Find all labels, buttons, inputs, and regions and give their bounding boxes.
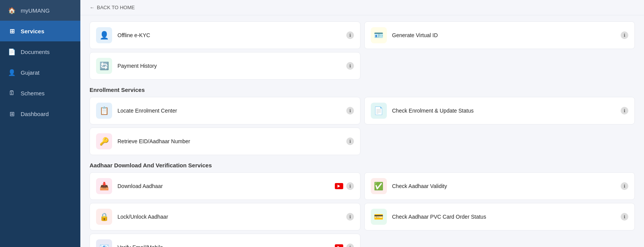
verify-email-mobile-label: Verify Email/Mobile <box>117 244 329 247</box>
payment-history-label: Payment History <box>117 63 341 69</box>
verify-email-mobile-icon-wrap: 📧 <box>96 239 112 247</box>
download-aadhaar-youtube-btn[interactable] <box>335 183 343 189</box>
sidebar-item-myumang[interactable]: 🏠 myUMANG <box>0 0 80 21</box>
generate-virtual-id-label: Generate Virtual ID <box>392 32 616 38</box>
verify-email-mobile-info-btn[interactable]: ℹ <box>346 244 354 247</box>
service-card-retrieve-eid[interactable]: 🔑 Retrieve EID/Aadhaar Number ℹ <box>90 128 360 155</box>
download-aadhaar-icon: 📥 <box>99 182 109 191</box>
verify-email-mobile-youtube-btn[interactable] <box>335 244 343 247</box>
payment-history-info-btn[interactable]: ℹ <box>346 62 354 70</box>
general-services-grid: 👤 Offline e-KYC ℹ 🪪 Generate Virtual ID … <box>90 21 635 49</box>
schemes-icon: 🗓 <box>8 89 16 97</box>
sidebar-item-services[interactable]: ⊞ Services <box>0 21 80 41</box>
documents-icon: 📄 <box>8 47 16 56</box>
retrieve-eid-icon-wrap: 🔑 <box>96 133 112 149</box>
payment-history-row: 🔄 Payment History ℹ <box>90 52 635 80</box>
service-card-check-enrolment[interactable]: 📄 Check Enrolment & Update Status ℹ <box>364 97 635 124</box>
service-card-payment-history[interactable]: 🔄 Payment History ℹ <box>90 52 360 80</box>
check-aadhaar-validity-actions: ℹ <box>621 182 628 190</box>
lock-unlock-aadhaar-icon-wrap: 🔒 <box>96 209 112 225</box>
check-aadhaar-validity-icon-wrap: ✅ <box>371 178 387 194</box>
service-card-verify-email-mobile[interactable]: 📧 Verify Email/Mobile ℹ <box>90 234 360 247</box>
retrieve-eid-actions: ℹ <box>346 137 354 145</box>
generate-virtual-id-icon-wrap: 🪪 <box>371 27 387 43</box>
offline-ekyc-actions: ℹ <box>346 31 354 39</box>
enrollment-services-grid: 📋 Locate Enrolment Center ℹ 📄 Check Enro… <box>90 97 635 124</box>
offline-ekyc-icon-wrap: 👤 <box>96 27 112 43</box>
verify-email-mobile-actions: ℹ <box>335 244 354 247</box>
retrieve-eid-info-btn[interactable]: ℹ <box>346 137 354 145</box>
sidebar-item-schemes[interactable]: 🗓 Schemes <box>0 83 80 103</box>
generate-virtual-id-actions: ℹ <box>621 31 628 39</box>
lock-pvc-grid: 🔒 Lock/Unlock Aadhaar ℹ 💳 Check Aadhaar … <box>90 203 635 231</box>
verify-email-row: 📧 Verify Email/Mobile ℹ <box>90 234 635 247</box>
check-enrolment-info-btn[interactable]: ℹ <box>621 107 628 115</box>
enrollment-services-heading: Enrollment Services <box>90 87 635 93</box>
sidebar-item-label: Documents <box>21 49 50 55</box>
sidebar-item-dashboard[interactable]: ⊞ Dashboard <box>0 103 80 124</box>
payment-history-icon-wrap: 🔄 <box>96 58 112 74</box>
service-card-download-aadhaar[interactable]: 📥 Download Aadhaar ℹ <box>90 172 360 200</box>
lock-unlock-aadhaar-info-btn[interactable]: ℹ <box>346 213 354 221</box>
retrieve-eid-label: Retrieve EID/Aadhaar Number <box>117 138 341 144</box>
sidebar-item-label: Gujarat <box>21 69 39 76</box>
verify-email-mobile-icon: 📧 <box>99 243 109 247</box>
check-enrolment-icon: 📄 <box>374 106 383 115</box>
back-button-label: BACK TO HOME <box>97 5 135 10</box>
sidebar-item-label: Services <box>21 28 44 34</box>
home-icon: 🏠 <box>8 6 16 15</box>
download-aadhaar-label: Download Aadhaar <box>117 183 329 189</box>
main-content: ← BACK TO HOME 👤 Offline e-KYC ℹ 🪪 <box>80 0 644 247</box>
lock-unlock-aadhaar-icon: 🔒 <box>99 212 109 221</box>
retrieve-eid-row: 🔑 Retrieve EID/Aadhaar Number ℹ <box>90 128 635 155</box>
offline-ekyc-info-btn[interactable]: ℹ <box>346 31 354 39</box>
sidebar-item-label: myUMANG <box>21 7 50 14</box>
locate-enrolment-actions: ℹ <box>346 107 354 115</box>
service-card-lock-unlock-aadhaar[interactable]: 🔒 Lock/Unlock Aadhaar ℹ <box>90 203 360 231</box>
payment-history-actions: ℹ <box>346 62 354 70</box>
back-to-home-button[interactable]: ← BACK TO HOME <box>90 5 135 10</box>
check-pvc-card-icon: 💳 <box>374 212 383 221</box>
check-aadhaar-validity-info-btn[interactable]: ℹ <box>621 182 628 190</box>
sidebar-item-documents[interactable]: 📄 Documents <box>0 41 80 62</box>
arrow-left-icon: ← <box>90 5 95 10</box>
sidebar-item-label: Schemes <box>21 90 45 97</box>
services-content: 👤 Offline e-KYC ℹ 🪪 Generate Virtual ID … <box>80 15 644 247</box>
grid-icon: ⊞ <box>8 27 16 35</box>
aadhaar-download-grid: 📥 Download Aadhaar ℹ ✅ Check Aadhaar Val… <box>90 172 635 200</box>
service-card-generate-virtual-id[interactable]: 🪪 Generate Virtual ID ℹ <box>364 21 635 49</box>
sidebar: 🏠 myUMANG ⊞ Services 📄 Documents 👤 Gujar… <box>0 0 80 247</box>
payment-history-icon: 🔄 <box>99 61 109 70</box>
check-aadhaar-validity-label: Check Aadhaar Validity <box>392 183 616 189</box>
lock-unlock-aadhaar-actions: ℹ <box>346 213 354 221</box>
service-card-locate-enrolment[interactable]: 📋 Locate Enrolment Center ℹ <box>90 97 360 124</box>
check-aadhaar-validity-icon: ✅ <box>374 182 383 191</box>
dashboard-icon: ⊞ <box>8 110 16 118</box>
sidebar-item-label: Dashboard <box>21 111 49 117</box>
check-pvc-card-actions: ℹ <box>621 213 628 221</box>
service-card-check-pvc-card[interactable]: 💳 Check Aadhaar PVC Card Order Status ℹ <box>364 203 635 231</box>
locate-enrolment-info-btn[interactable]: ℹ <box>346 107 354 115</box>
sidebar-item-gujarat[interactable]: 👤 Gujarat <box>0 62 80 83</box>
retrieve-eid-icon: 🔑 <box>99 137 109 146</box>
retrieve-eid-placeholder <box>364 128 635 155</box>
download-aadhaar-icon-wrap: 📥 <box>96 178 112 194</box>
service-card-offline-ekyc[interactable]: 👤 Offline e-KYC ℹ <box>90 21 360 49</box>
payment-history-placeholder <box>364 52 635 80</box>
locate-enrolment-icon-wrap: 📋 <box>96 103 112 119</box>
locate-enrolment-icon: 📋 <box>99 106 109 115</box>
generate-virtual-id-info-btn[interactable]: ℹ <box>621 31 628 39</box>
check-enrolment-actions: ℹ <box>621 107 628 115</box>
locate-enrolment-label: Locate Enrolment Center <box>117 108 341 114</box>
check-pvc-card-icon-wrap: 💳 <box>371 209 387 225</box>
check-enrolment-label: Check Enrolment & Update Status <box>392 108 616 114</box>
verify-email-placeholder <box>364 234 635 247</box>
download-aadhaar-info-btn[interactable]: ℹ <box>346 182 354 190</box>
check-enrolment-icon-wrap: 📄 <box>371 103 387 119</box>
back-bar: ← BACK TO HOME <box>80 0 644 15</box>
offline-ekyc-label: Offline e-KYC <box>117 32 341 38</box>
check-pvc-card-info-btn[interactable]: ℹ <box>621 213 628 221</box>
download-aadhaar-actions: ℹ <box>335 182 354 190</box>
person-icon: 👤 <box>8 68 16 77</box>
service-card-check-aadhaar-validity[interactable]: ✅ Check Aadhaar Validity ℹ <box>364 172 635 200</box>
